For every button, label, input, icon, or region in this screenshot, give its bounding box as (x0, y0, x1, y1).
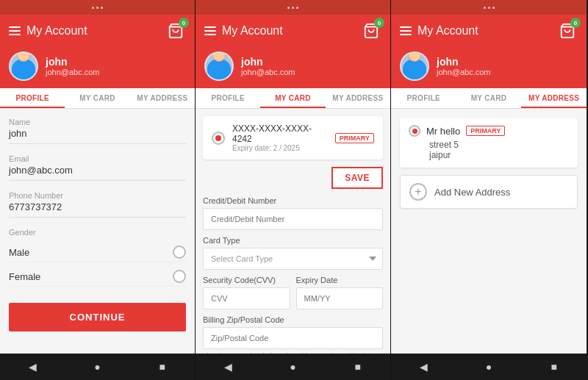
card-number: XXXX-XXXX-XXXX-4242 (232, 123, 328, 144)
card-item[interactable]: XXXX-XXXX-XXXX-4242 Expiry date: 2 / 202… (203, 116, 383, 159)
credit-debit-label: Credit/Debit Number (203, 196, 383, 205)
card-primary-badge: PRIMARY (335, 133, 374, 143)
email-value: john@abc.com (9, 165, 186, 181)
profile-content: Name john Email john@abc.com Phone Numbe… (0, 109, 195, 354)
zip-input[interactable] (203, 327, 383, 349)
save-btn-row: SAVE (203, 167, 383, 189)
status-bar-3 (391, 0, 587, 15)
save-button[interactable]: SAVE (331, 167, 383, 189)
phones-container: My Account 0 john john@abc.com (0, 0, 588, 380)
header-2: My Account 0 (196, 15, 390, 47)
name-field-group: Name john (9, 118, 186, 144)
tab-myaddress-2[interactable]: MY ADDRESS (326, 88, 390, 108)
tabs-2: PROFILE MY CARD MY ADDRESS (196, 88, 390, 109)
home-button-2[interactable]: ● (282, 356, 304, 378)
tabs-3: PROFILE MY CARD MY ADDRESS (391, 88, 587, 109)
back-button-2[interactable]: ◀ (217, 356, 239, 378)
credit-debit-input[interactable] (203, 208, 383, 230)
phone-mycard: My Account 0 john john@abc.com PROFILE (196, 0, 391, 380)
tabs-1: PROFILE MY CARD MY ADDRESS (0, 88, 195, 109)
address-header: Mr hello PRIMARY (409, 125, 569, 137)
square-button-1[interactable]: ■ (151, 356, 173, 378)
user-email-1: john@abc.com (46, 68, 100, 76)
name-value: john (9, 128, 186, 144)
address-city: jaipur (409, 150, 569, 160)
square-button-3[interactable]: ■ (543, 356, 565, 378)
cvv-expiry-row: Security Code(CVV) Expiry Date (203, 276, 383, 315)
address-primary-badge: PRIMARY (466, 126, 505, 136)
tab-myaddress-1[interactable]: MY ADDRESS (130, 88, 195, 108)
user-email-2: john@abc.com (241, 68, 295, 76)
cart-icon-2[interactable]: 0 (361, 21, 381, 41)
address-item: Mr hello PRIMARY street 5 jaipur (400, 118, 578, 168)
add-address-label: Add New Address (434, 187, 510, 198)
user-name-1: john (46, 56, 100, 68)
hamburger-menu-3[interactable] (400, 26, 412, 35)
cart-badge-1: 0 (179, 18, 189, 28)
app-title-2: My Account (222, 24, 283, 37)
avatar-1 (9, 51, 38, 81)
add-circle-icon: + (409, 183, 427, 201)
cart-icon-3[interactable]: 0 (557, 21, 578, 41)
male-radio-row[interactable]: Male (9, 243, 186, 262)
gender-field-group: Gender Male Female (9, 228, 186, 287)
tab-myaddress-3[interactable]: MY ADDRESS (521, 88, 587, 108)
female-radio-row[interactable]: Female (9, 267, 186, 287)
app-title-3: My Account (417, 24, 478, 37)
app-title-1: My Account (26, 24, 87, 37)
user-name-3: john (437, 56, 491, 68)
square-button-2[interactable]: ■ (347, 356, 369, 378)
header-3: My Account 0 (391, 15, 587, 47)
user-row-1: john john@abc.com (0, 47, 195, 88)
user-row-3: john john@abc.com (391, 47, 587, 88)
avatar-3 (400, 51, 429, 81)
user-row-2: john john@abc.com (196, 47, 390, 88)
address-street: street 5 (409, 140, 569, 150)
cvv-input[interactable] (203, 287, 290, 309)
phone-value: 6773737372 (9, 201, 186, 218)
tab-mycard-3[interactable]: MY CARD (456, 88, 522, 108)
cart-badge-3: 0 (570, 18, 581, 28)
card-content: XXXX-XXXX-XXXX-4242 Expiry date: 2 / 202… (196, 109, 390, 354)
zip-label: Billing Zip/Postal Code (203, 315, 383, 324)
card-form: Credit/Debit Number Card Type Select Car… (203, 196, 383, 354)
tab-profile-1[interactable]: PROFILE (0, 88, 65, 108)
expiry-date-label: Expiry Date (296, 276, 384, 284)
back-button-3[interactable]: ◀ (412, 356, 434, 378)
card-radio[interactable] (212, 132, 225, 145)
avatar-2 (204, 51, 234, 81)
tab-mycard-2[interactable]: MY CARD (260, 88, 325, 108)
address-content: Mr hello PRIMARY street 5 jaipur + Add N… (391, 109, 587, 354)
phone-label: Phone Number (9, 191, 186, 200)
add-address-button[interactable]: + Add New Address (400, 175, 578, 209)
phone-field-group: Phone Number 6773737372 (9, 191, 186, 218)
back-button-1[interactable]: ◀ (21, 356, 43, 378)
continue-button[interactable]: CONTINUE (9, 303, 186, 331)
female-radio[interactable] (173, 270, 186, 283)
hamburger-menu-1[interactable] (9, 26, 21, 35)
home-button-1[interactable]: ● (86, 356, 108, 378)
male-radio[interactable] (173, 245, 186, 259)
tab-mycard-1[interactable]: MY CARD (65, 88, 129, 108)
cart-badge-2: 0 (374, 18, 384, 28)
cart-icon-1[interactable]: 0 (165, 21, 186, 41)
tab-profile-2[interactable]: PROFILE (196, 88, 260, 108)
phone-address: My Account 0 john john@abc.com PROFILE (391, 0, 587, 380)
email-label: Email (9, 154, 186, 163)
name-label: Name (9, 118, 186, 126)
address-radio[interactable] (409, 125, 420, 137)
gender-label: Gender (9, 228, 186, 237)
card-type-label: Card Type (203, 236, 383, 245)
status-bar-1 (0, 0, 195, 15)
cvv-label: Security Code(CVV) (203, 276, 290, 284)
email-field-group: Email john@abc.com (9, 154, 186, 181)
home-button-3[interactable]: ● (478, 356, 500, 378)
hamburger-menu-2[interactable] (204, 26, 216, 35)
tab-profile-3[interactable]: PROFILE (391, 88, 456, 108)
expiry-date-input[interactable] (296, 287, 384, 309)
male-label: Male (9, 247, 29, 258)
card-expiry: Expiry date: 2 / 2025 (232, 144, 328, 152)
user-name-2: john (241, 56, 295, 68)
card-type-select[interactable]: Select Card Type (203, 248, 383, 270)
user-email-3: john@abc.com (437, 68, 491, 76)
